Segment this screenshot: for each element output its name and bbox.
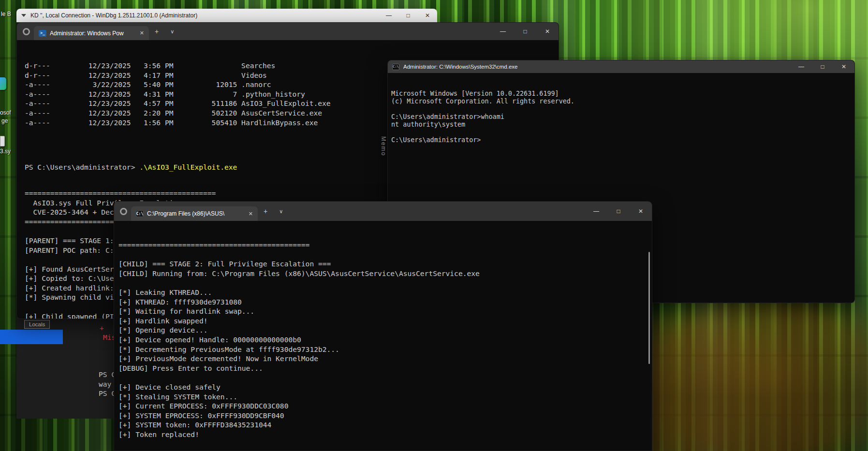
- tab-title: C:\Program Files (x86)\ASUS\: [147, 210, 245, 217]
- console-line: [*] Waiting for hardlink swap...: [118, 307, 652, 317]
- console-line: [391, 105, 854, 113]
- windbg-locals-tab[interactable]: Locals: [24, 320, 50, 329]
- maximize-button[interactable]: □: [514, 23, 536, 40]
- windbg-title: KD '', Local Connection - WinDbg 1.2511.…: [30, 12, 379, 19]
- titlebar-drag-region[interactable]: [180, 23, 492, 40]
- cmd-window-title: Administrator: C:\Windows\System32\cmd.e…: [403, 64, 791, 70]
- console-line: [CHILD] === STAGE 2: Full Privilege Esca…: [118, 260, 652, 269]
- admin-shield-icon: [23, 28, 30, 35]
- windbg-window-titlebar[interactable]: KD '', Local Connection - WinDbg 1.2511.…: [16, 9, 437, 22]
- desktop-icon-label[interactable]: 3.sy: [0, 148, 11, 155]
- menu-arrow-icon: [21, 14, 26, 17]
- console-line: (c) Microsoft Corporation. All rights re…: [391, 98, 854, 105]
- console-line: Microsoft Windows [Version 10.0.22631.61…: [391, 90, 854, 98]
- powershell-icon: >_: [39, 30, 46, 37]
- console-line: [+] Device closed safely: [118, 383, 652, 393]
- cmd-console[interactable]: Microsoft Windows [Version 10.0.22631.61…: [388, 73, 854, 159]
- windbg-memory-tab-fragment[interactable]: Memo: [380, 136, 387, 156]
- tab-powershell[interactable]: >_ Administrator: Windows Pow ✕: [34, 26, 149, 40]
- driver-file-icon[interactable]: [0, 136, 5, 146]
- close-button[interactable]: ✕: [536, 23, 559, 40]
- console-line: [CHILD] Running from: C:\Program Files (…: [118, 269, 652, 279]
- close-button[interactable]: ✕: [630, 202, 652, 221]
- console-line: C:\Users\administrator>whoami: [391, 113, 854, 121]
- console-line: [*] Opening device...: [118, 326, 652, 335]
- console-line: [+] Current EPROCESS: 0xFFFF930DDC03C080: [118, 402, 652, 411]
- console-line: [*] Stealing SYSTEM token...: [118, 393, 652, 402]
- console-line: [+] Token replaced!: [118, 430, 652, 440]
- maximize-button[interactable]: □: [812, 60, 833, 73]
- exploit-stage2-output: ========================================…: [118, 241, 652, 451]
- console-line: [118, 278, 652, 288]
- console-line: [+] PreviousMode decremented! Now in Ker…: [118, 354, 652, 364]
- console-line: [+] === PRIVILEGE ESCALATION COMPLETE ==…: [118, 449, 652, 451]
- desktop-wallpaper: le B osof ge 3.sy KD '', Local Connectio…: [0, 0, 868, 451]
- desktop-icon-label[interactable]: ge: [1, 117, 8, 124]
- console-line: [+] SYSTEM token: 0xFFFFD38435231044: [118, 421, 652, 430]
- exploit-console[interactable]: ========================================…: [114, 221, 652, 451]
- scrollbar-thumb[interactable]: [648, 252, 650, 364]
- admin-shield-icon: [120, 208, 127, 215]
- cmd-icon: C:\: [136, 210, 144, 217]
- cmd-output: Microsoft Windows [Version 10.0.22631.61…: [391, 90, 854, 144]
- tab-close-icon[interactable]: ✕: [249, 211, 253, 217]
- minimize-button[interactable]: —: [492, 23, 514, 40]
- maximize-button[interactable]: □: [607, 202, 630, 221]
- console-line: nt authority\system: [391, 121, 854, 129]
- cmd-icon: C:\: [392, 64, 399, 70]
- close-button[interactable]: ✕: [418, 9, 437, 22]
- cmd-titlebar[interactable]: C:\ Administrator: C:\Windows\System32\c…: [388, 60, 854, 73]
- console-line: C:\Users\administrator>: [391, 136, 854, 144]
- minimize-button[interactable]: —: [791, 60, 812, 73]
- exploit-terminal-window: C:\ C:\Program Files (x86)\ASUS\ ✕ + ∨ —…: [114, 201, 652, 451]
- tab-close-icon[interactable]: ✕: [140, 30, 144, 36]
- edge-icon[interactable]: [0, 77, 6, 90]
- desktop-icon-label[interactable]: le B: [1, 11, 11, 17]
- chevron-down-icon[interactable]: ∨: [164, 27, 180, 37]
- prompt-fragment: PS C: [99, 389, 116, 397]
- command-text: .\AsIO3_FullExploit.exe: [139, 163, 237, 171]
- console-line: [+] Hardlink swapped!: [118, 317, 652, 326]
- exploit-terminal-titlebar[interactable]: C:\ C:\Program Files (x86)\ASUS\ ✕ + ∨ —…: [114, 202, 652, 221]
- titlebar-drag-region[interactable]: [289, 202, 585, 221]
- console-line: [391, 129, 854, 136]
- console-line: [118, 439, 652, 449]
- prompt-text: PS C:\Users\administrator>: [25, 163, 139, 171]
- tab-asus-cert-service[interactable]: C:\ C:\Program Files (x86)\ASUS\ ✕: [131, 206, 258, 221]
- prompt-fragment: way: [99, 380, 111, 388]
- console-line: [118, 373, 652, 383]
- minimize-button[interactable]: —: [379, 9, 398, 22]
- error-text-fragment: +: [100, 324, 104, 332]
- console-line: [+] Device opened! Handle: 0000000000000…: [118, 335, 652, 345]
- console-line: ========================================…: [118, 241, 652, 250]
- new-tab-button[interactable]: +: [258, 205, 273, 217]
- close-button[interactable]: ✕: [833, 60, 854, 73]
- console-line: [*] Decrementing PreviousMode at ffff930…: [118, 345, 652, 355]
- console-line: [DEBUG] Press Enter to continue...: [118, 364, 652, 374]
- console-line: [+] SYSTEM EPROCESS: 0xFFFF930DD9CBF040: [118, 411, 652, 421]
- new-tab-button[interactable]: +: [149, 26, 164, 37]
- maximize-button[interactable]: □: [398, 9, 418, 22]
- console-line: [*] Leaking KTHREAD...: [118, 288, 652, 298]
- prompt-fragment: PS C: [99, 370, 116, 378]
- console-line: [+] KTHREAD: ffff930de9731080: [118, 298, 652, 307]
- minimize-button[interactable]: —: [585, 202, 607, 221]
- console-line: [118, 250, 652, 260]
- chevron-down-icon[interactable]: ∨: [273, 206, 289, 217]
- tab-title: Administrator: Windows Pow: [50, 30, 136, 37]
- selection-highlight-bar: [0, 330, 63, 344]
- powershell-titlebar[interactable]: >_ Administrator: Windows Pow ✕ + ∨ — □ …: [17, 23, 559, 40]
- desktop-icon-label[interactable]: osof: [0, 109, 11, 116]
